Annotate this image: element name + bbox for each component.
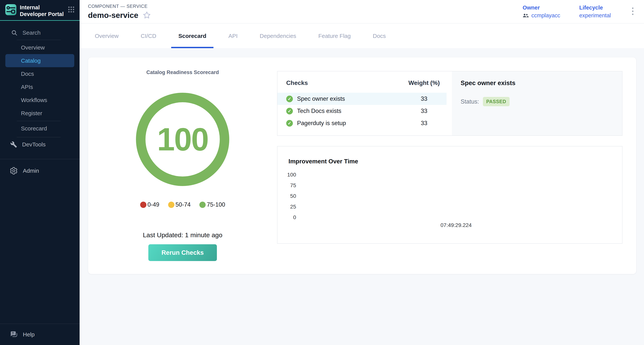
search-icon [11, 30, 18, 36]
score-column: Catalog Readiness Scorecard 100 0-49 50-… [88, 57, 277, 274]
tab-feature-flag[interactable]: Feature Flag [311, 24, 358, 48]
entity-tabs: Overview CI/CD Scorecard API Dependencie… [80, 24, 644, 48]
owner-block: Owner ccmplayacc [522, 4, 560, 19]
brand-title: Internal Developer Portal [20, 4, 68, 18]
help-chat-icon: ? [10, 331, 18, 338]
brand-underline [0, 20, 80, 21]
improvement-chart-title: Improvement Over Time [288, 158, 358, 165]
rerun-checks-button[interactable]: Rerun Checks [148, 244, 217, 261]
legend-item-red: 0-49 [140, 201, 160, 208]
sidebar-item-catalog[interactable]: Catalog [5, 54, 74, 67]
score-value: 100 [157, 121, 208, 158]
score-legend: 0-49 50-74 75-100 [88, 201, 277, 208]
checks-column-header: Checks [286, 80, 405, 86]
check-row-spec-owner[interactable]: Spec owner exists 33 [278, 93, 446, 105]
page-title: demo-service [88, 11, 138, 20]
entity-meta: Owner ccmplayacc Lifecycle experimental [522, 4, 635, 19]
apps-grid-icon[interactable] [68, 6, 75, 14]
checks-section: Checks Weight (%) Spec owner exists 33 T… [277, 71, 622, 136]
legend-dot-red [140, 202, 146, 208]
checks-table: Checks Weight (%) Spec owner exists 33 T… [278, 72, 452, 135]
check-circle-icon [286, 96, 293, 102]
owner-label: Owner [522, 4, 560, 11]
improvement-x-tick: 07:49:29.224 [433, 222, 479, 228]
wrench-icon [10, 141, 17, 148]
last-updated-text: Last Updated: 1 minute ago [88, 231, 277, 239]
improvement-chart-card: Improvement Over Time 100 75 50 25 0 07:… [277, 146, 622, 244]
breadcrumb: COMPONENT — SERVICE [88, 4, 151, 9]
sidebar: Internal Developer Portal Search Overvie… [0, 0, 80, 345]
legend-item-yellow: 50-74 [168, 201, 190, 208]
tab-api[interactable]: API [221, 24, 245, 48]
sidebar-divider [17, 40, 60, 40]
people-icon [522, 13, 529, 18]
legend-dot-yellow [168, 202, 174, 208]
sidebar-item-admin[interactable]: Admin [0, 159, 80, 182]
check-row-pagerduty[interactable]: Pagerduty is setup 33 [278, 117, 446, 129]
sidebar-item-docs[interactable]: Docs [0, 67, 80, 80]
scorecard-card: Catalog Readiness Scorecard 100 0-49 50-… [88, 57, 636, 274]
tab-dependencies[interactable]: Dependencies [252, 24, 304, 48]
tab-docs[interactable]: Docs [366, 24, 393, 48]
sidebar-item-help[interactable]: ? Help [0, 324, 80, 345]
tab-overview[interactable]: Overview [88, 24, 126, 48]
check-circle-icon [286, 120, 293, 126]
status-badge: PASSED [483, 97, 510, 106]
improvement-y-axis: 100 75 50 25 0 [278, 170, 296, 223]
kebab-menu-icon[interactable] [631, 6, 635, 17]
score-ring: 100 [136, 93, 229, 186]
entity-header: COMPONENT — SERVICE demo-service Owner c… [80, 0, 644, 24]
status-label: Status: [461, 98, 479, 105]
check-detail-title: Spec owner exists [461, 80, 613, 87]
sidebar-item-overview[interactable]: Overview [0, 41, 80, 54]
sidebar-item-apis[interactable]: APIs [0, 80, 80, 94]
owner-value-link[interactable]: ccmplayacc [531, 12, 560, 19]
sidebar-item-devtools[interactable]: DevTools [0, 137, 80, 152]
scorecard-title: Catalog Readiness Scorecard [88, 70, 277, 76]
svg-text:?: ? [12, 331, 14, 335]
lifecycle-value: experimental [579, 12, 611, 19]
sidebar-item-register[interactable]: Register [0, 106, 80, 120]
lifecycle-block: Lifecycle experimental [579, 4, 611, 19]
tab-scorecard[interactable]: Scorecard [171, 24, 214, 48]
star-icon[interactable] [142, 11, 151, 20]
tab-cicd[interactable]: CI/CD [134, 24, 164, 48]
entity-title-block: COMPONENT — SERVICE demo-service [88, 4, 151, 20]
lifecycle-label: Lifecycle [579, 4, 611, 11]
brand: Internal Developer Portal [0, 0, 80, 18]
search-label: Search [22, 30, 40, 36]
check-detail-panel: Spec owner exists Status: PASSED [452, 72, 622, 135]
legend-dot-green [199, 202, 206, 208]
check-row-tech-docs[interactable]: Tech Docs exists 33 [278, 105, 446, 117]
sidebar-item-scorecard[interactable]: Scorecard [0, 121, 80, 136]
weight-column-header: Weight (%) [405, 80, 443, 86]
legend-item-green: 75-100 [199, 201, 225, 208]
sidebar-search[interactable]: Search [0, 27, 80, 39]
gear-icon [10, 166, 18, 175]
check-circle-icon [286, 108, 293, 114]
idp-logo-icon [5, 4, 16, 15]
sidebar-nav: Overview Catalog Docs APIs Workflows Reg… [0, 41, 80, 120]
content-area: Catalog Readiness Scorecard 100 0-49 50-… [80, 48, 644, 345]
sidebar-item-workflows[interactable]: Workflows [0, 94, 80, 106]
